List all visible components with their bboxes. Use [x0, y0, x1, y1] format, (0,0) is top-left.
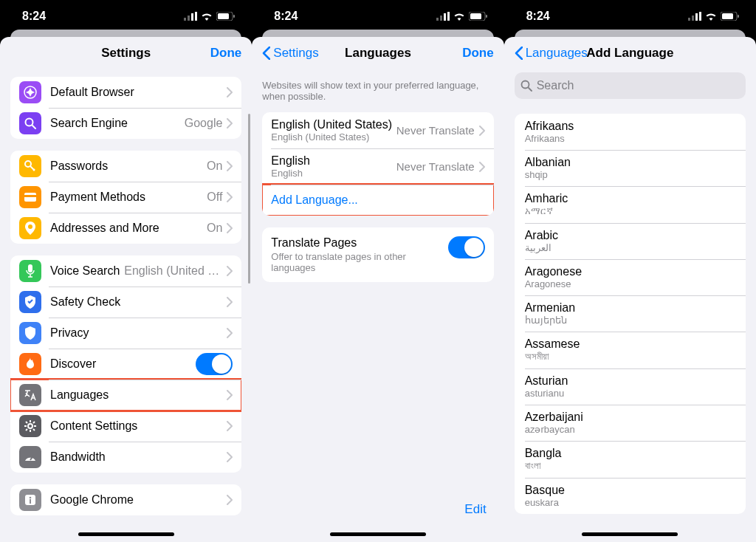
svg-point-18	[30, 497, 32, 499]
language-option[interactable]: AfrikaansAfrikaans	[515, 114, 746, 150]
row-label: Safety Check	[50, 295, 227, 309]
key-icon	[19, 155, 41, 177]
wifi-icon	[201, 12, 213, 21]
language-row[interactable]: English English Never Translate	[262, 148, 493, 185]
home-indicator[interactable]	[78, 532, 174, 536]
discover-row[interactable]: Discover	[10, 349, 241, 380]
language-option[interactable]: Azerbaijaniazərbaycan	[515, 405, 746, 441]
language-option[interactable]: Assameseঅসমীয়া	[515, 332, 746, 368]
language-option[interactable]: Basqueeuskara	[515, 478, 746, 514]
svg-line-35	[529, 88, 532, 91]
language-name: Azerbaijani	[525, 411, 735, 424]
done-button[interactable]: Done	[462, 46, 494, 61]
svg-point-8	[26, 119, 33, 126]
back-button[interactable]: Settings	[262, 46, 318, 61]
language-native: asturianu	[525, 388, 735, 399]
chevron-right-icon	[227, 192, 233, 202]
language-native: Afrikaans	[525, 133, 735, 144]
passwords-row[interactable]: Passwords On	[10, 151, 241, 182]
language-option[interactable]: Armenianհայերեն	[515, 295, 746, 332]
safety-check-row[interactable]: Safety Check	[10, 287, 241, 318]
svg-rect-22	[444, 13, 446, 21]
voice-search-row[interactable]: Voice Search English (United St...	[10, 255, 241, 287]
language-name: Assamese	[525, 337, 735, 351]
svg-rect-21	[440, 16, 442, 21]
svg-rect-6	[233, 15, 235, 18]
battery-icon	[469, 12, 488, 21]
chevron-right-icon	[479, 126, 485, 136]
language-native: azərbaycan	[525, 424, 735, 435]
language-option[interactable]: Albanianshqip	[515, 150, 746, 186]
signal-icon	[184, 12, 197, 21]
compass-icon	[19, 81, 41, 103]
wifi-icon	[705, 12, 717, 21]
language-name: Asturian	[525, 374, 735, 388]
language-native: euskara	[525, 497, 735, 508]
payment-methods-row[interactable]: Payment Methods Off	[10, 182, 241, 213]
home-indicator[interactable]	[330, 532, 426, 536]
addresses-row[interactable]: Addresses and More On	[10, 213, 241, 244]
language-native: العربية	[525, 242, 735, 253]
language-name: Amharic	[525, 192, 735, 205]
signal-icon	[688, 12, 701, 21]
chevron-right-icon	[227, 328, 233, 338]
done-button[interactable]: Done	[210, 46, 242, 61]
shield-check-icon	[19, 291, 41, 313]
language-option[interactable]: AragoneseAragonese	[515, 259, 746, 295]
discover-toggle[interactable]	[196, 353, 233, 375]
svg-rect-30	[699, 12, 701, 21]
lang-title: English	[271, 154, 396, 168]
language-native: Aragonese	[525, 278, 735, 289]
language-option[interactable]: Amharicአማርኛ	[515, 186, 746, 223]
home-indicator[interactable]	[582, 532, 678, 536]
battery-icon	[721, 12, 740, 21]
edit-button[interactable]: Edit	[464, 502, 486, 517]
search-engine-row[interactable]: Search Engine Google	[10, 108, 241, 139]
chevron-right-icon	[227, 452, 233, 462]
shield-icon	[19, 322, 41, 344]
svg-rect-19	[30, 499, 31, 504]
row-value: On	[207, 222, 222, 235]
svg-rect-5	[218, 13, 229, 19]
header-description: Websites will show text in your preferre…	[252, 69, 504, 105]
add-language-button[interactable]: Add Language...	[262, 185, 493, 216]
chevron-left-icon	[515, 47, 523, 60]
scroll-indicator[interactable]	[248, 114, 250, 284]
chevron-left-icon	[262, 47, 270, 60]
row-value: Off	[207, 191, 222, 204]
svg-rect-25	[470, 13, 481, 19]
chevron-right-icon	[227, 118, 233, 128]
translate-pages-row: Translate Pages Offer to translate pages…	[262, 227, 493, 282]
search-input[interactable]: Search	[515, 72, 746, 99]
back-button[interactable]: Languages	[515, 46, 588, 61]
language-name: Afrikaans	[525, 120, 735, 133]
svg-rect-23	[447, 12, 450, 21]
svg-line-9	[32, 126, 35, 128]
languages-row[interactable]: Languages	[10, 380, 241, 411]
svg-rect-26	[486, 15, 487, 18]
row-value: English (United St...	[124, 264, 222, 278]
bandwidth-row[interactable]: Bandwidth	[10, 442, 241, 473]
row-label: Privacy	[50, 326, 227, 340]
language-option[interactable]: Arabicالعربية	[515, 223, 746, 259]
content-settings-row[interactable]: Content Settings	[10, 411, 241, 442]
lang-subtitle: English (United States)	[271, 131, 396, 143]
privacy-row[interactable]: Privacy	[10, 318, 241, 349]
add-language-label: Add Language...	[262, 185, 366, 216]
back-label: Languages	[526, 46, 588, 61]
row-label: Discover	[50, 357, 196, 371]
translate-toggle[interactable]	[448, 236, 485, 258]
default-browser-row[interactable]: Default Browser	[10, 77, 241, 108]
row-label: Payment Methods	[50, 191, 207, 204]
row-label: Languages	[50, 388, 227, 402]
google-chrome-row[interactable]: Google Chrome	[10, 484, 241, 515]
language-row[interactable]: English (United States) English (United …	[262, 112, 493, 148]
svg-rect-28	[692, 16, 694, 21]
language-option[interactable]: Banglaবাংলা	[515, 441, 746, 478]
svg-rect-27	[688, 18, 690, 21]
chevron-right-icon	[227, 161, 233, 171]
language-option[interactable]: Asturianasturianu	[515, 368, 746, 405]
language-name: Basque	[525, 484, 735, 497]
svg-rect-12	[24, 195, 36, 197]
svg-rect-20	[436, 18, 439, 21]
